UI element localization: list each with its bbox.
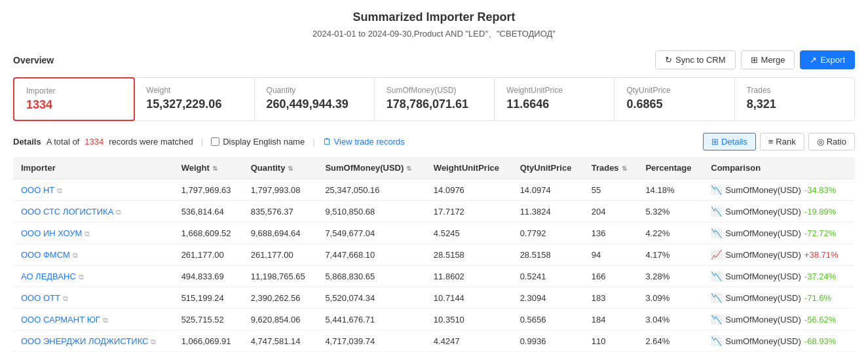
importer-link[interactable]: ООО НТ (21, 185, 54, 195)
sync-icon: ↻ (665, 55, 672, 65)
tab-rank[interactable]: ≡Rank (760, 133, 804, 150)
cell-importer[interactable]: ООО ОТТ⧉ (13, 287, 174, 309)
importer-link[interactable]: ООО СТС ЛОГИСТИКА (21, 207, 113, 217)
overview-label: Overview (13, 55, 54, 65)
merge-button[interactable]: ⊞ Merge (741, 50, 795, 69)
display-english-name-label: Display English name (223, 137, 305, 147)
trend-icon: 📉 (711, 228, 722, 238)
cell-trades: 110 (584, 330, 638, 352)
view-trade-records-link[interactable]: 🗒 View trade records (323, 137, 405, 147)
col-header-trades[interactable]: Trades⇅ (584, 157, 638, 179)
cell-qtyunitprice: 0.5241 (512, 266, 584, 287)
comp-label: SumOfMoney(USD) (725, 293, 801, 303)
cell-importer[interactable]: ООО ФМСМ⧉ (13, 244, 174, 266)
metric-value: 8,321 (747, 97, 842, 111)
cell-importer[interactable]: ООО СТС ЛОГИСТИКА⧉ (13, 201, 174, 222)
copy-icon[interactable]: ⧉ (85, 230, 90, 238)
metric-item-importer: Importer 1334 (13, 77, 135, 121)
cell-sumofmoney: 7,447,668.10 (317, 244, 425, 266)
metric-label: WeightUnitPrice (506, 86, 602, 95)
metric-value: 11.6646 (506, 97, 602, 111)
metric-item-sumofmoney-usd-: SumOfMoney(USD) 178,786,071.61 (375, 78, 495, 120)
copy-icon[interactable]: ⧉ (116, 208, 121, 217)
metric-value: 260,449,944.39 (267, 97, 362, 111)
cell-qtyunitprice: 0.9936 (512, 330, 584, 352)
importer-link[interactable]: ООО САРМАНТ ЮГ (21, 315, 100, 325)
copy-icon[interactable]: ⧉ (103, 316, 108, 325)
comp-pct: -34.83% (804, 185, 836, 195)
cell-weight: 261,177.00 (174, 244, 243, 266)
cell-weight: 1,066,069.91 (174, 330, 243, 352)
export-button[interactable]: ↗ Export (800, 50, 855, 69)
cell-comparison: 📉SumOfMoney(USD)-19.89% (703, 201, 855, 222)
metrics-row: Importer 1334 Weight 15,327,229.06 Quant… (13, 77, 855, 121)
importer-link[interactable]: АО ЛЕДВАНС (21, 272, 76, 281)
report-title: Summarized Importer Report (13, 10, 855, 24)
metric-label: Quantity (267, 86, 362, 95)
cell-quantity: 2,390,262.56 (243, 287, 318, 309)
cell-sumofmoney: 5,520,074.34 (317, 287, 425, 309)
cell-quantity: 11,198,765.65 (243, 266, 318, 287)
importer-link[interactable]: ООО ЭНЕРДЖИ ЛОДЖИСТИКС (21, 336, 148, 346)
display-english-name-checkbox[interactable]: Display English name (211, 137, 305, 147)
col-header-percentage: Percentage (637, 157, 703, 179)
col-header-weight[interactable]: Weight⇅ (174, 157, 243, 179)
overview-actions: ↻ Sync to CRM ⊞ Merge ↗ Export (655, 50, 855, 69)
tab-ratio[interactable]: ◎Ratio (808, 133, 855, 150)
cell-sumofmoney: 25,347,050.16 (317, 179, 425, 201)
comp-pct: +38.71% (804, 250, 839, 260)
cell-quantity: 835,576.37 (243, 201, 318, 222)
cell-percentage: 14.18% (637, 179, 703, 201)
table-row: АО ЛЕДВАНС⧉494,833.6911,198,765.655,868,… (13, 266, 855, 287)
cell-sumofmoney: 4,717,039.74 (317, 330, 425, 352)
sync-crm-button[interactable]: ↻ Sync to CRM (655, 50, 736, 69)
importer-link[interactable]: ООО ФМСМ (21, 250, 70, 260)
copy-icon[interactable]: ⧉ (151, 338, 156, 346)
importer-link[interactable]: ООО ОТТ (21, 293, 60, 303)
cell-importer[interactable]: АО ЛЕДВАНС⧉ (13, 266, 174, 287)
details-tabs: ⊞Details≡Rank◎Ratio (703, 133, 855, 150)
cell-importer[interactable]: ООО ИН ХОУМ⧉ (13, 222, 174, 244)
trend-icon: 📉 (711, 314, 722, 325)
cell-weightunitprice: 17.7172 (426, 201, 512, 222)
comp-pct: -56.62% (804, 315, 836, 325)
export-icon: ↗ (810, 55, 817, 65)
tab-details[interactable]: ⊞Details (703, 133, 756, 150)
table-row: ООО ИН ХОУМ⧉1,668,609.529,688,694.647,54… (13, 222, 855, 244)
table-row: ООО ОТТ⧉515,199.242,390,262.565,520,074.… (13, 287, 855, 309)
comp-label: SumOfMoney(USD) (725, 207, 801, 217)
cell-weightunitprice: 4.5245 (426, 222, 512, 244)
cell-weight: 515,199.24 (174, 287, 243, 309)
cell-importer[interactable]: ООО САРМАНТ ЮГ⧉ (13, 309, 174, 330)
sort-icon: ⇅ (406, 165, 411, 172)
cell-trades: 55 (584, 179, 638, 201)
cell-quantity: 261,177.00 (243, 244, 318, 266)
copy-icon[interactable]: ⧉ (73, 251, 78, 260)
col-header-qtyunitprice: QtyUnitPrice (512, 157, 584, 179)
cell-comparison: 📉SumOfMoney(USD)-68.93% (703, 330, 855, 352)
cell-weightunitprice: 11.8602 (426, 266, 512, 287)
col-header-quantity[interactable]: Quantity⇅ (243, 157, 318, 179)
cell-percentage: 3.09% (637, 287, 703, 309)
cell-trades: 166 (584, 266, 638, 287)
copy-icon[interactable]: ⧉ (63, 294, 68, 303)
cell-weight: 536,814.64 (174, 201, 243, 222)
cell-trades: 204 (584, 201, 638, 222)
col-header-sumofmoney[interactable]: SumOfMoney(USD)⇅ (317, 157, 425, 179)
comp-label: SumOfMoney(USD) (725, 272, 801, 281)
cell-qtyunitprice: 11.3824 (512, 201, 584, 222)
metric-value: 178,786,071.61 (387, 97, 482, 111)
display-english-name-input[interactable] (211, 137, 219, 146)
cell-importer[interactable]: ООО ЭНЕРДЖИ ЛОДЖИСТИКС⧉ (13, 330, 174, 352)
metric-label: Weight (146, 86, 242, 95)
metric-value: 1334 (26, 98, 122, 112)
cell-importer[interactable]: ООО НТ⧉ (13, 179, 174, 201)
cell-qtyunitprice: 28.5158 (512, 244, 584, 266)
cell-percentage: 4.17% (637, 244, 703, 266)
importer-link[interactable]: ООО ИН ХОУМ (21, 228, 82, 238)
details-total-text: A total of (47, 137, 80, 147)
comp-pct: -71.6% (804, 293, 831, 303)
copy-icon[interactable]: ⧉ (79, 273, 84, 281)
copy-icon[interactable]: ⧉ (57, 186, 62, 195)
trend-icon: 📉 (711, 271, 722, 281)
